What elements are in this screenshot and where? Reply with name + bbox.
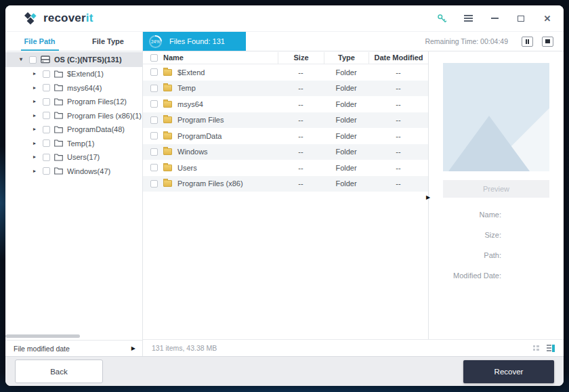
select-all-checkbox[interactable] [150, 54, 158, 62]
table-row[interactable]: Program Files (x86) -- Folder -- [143, 176, 428, 192]
back-button[interactable]: Back [15, 360, 103, 383]
table-row[interactable]: Temp -- Folder -- [143, 81, 428, 97]
collapse-arrow-icon[interactable]: ▾ [20, 57, 25, 62]
file-date: -- [368, 179, 428, 188]
row-checkbox[interactable] [150, 132, 158, 139]
tab-file-path[interactable]: File Path [5, 32, 74, 51]
tree-root-checkbox[interactable] [29, 56, 37, 64]
tree-item-checkbox[interactable] [43, 84, 50, 91]
scrollbar-thumb[interactable] [5, 334, 80, 338]
file-size: -- [278, 132, 324, 140]
file-size: -- [278, 116, 324, 124]
file-name: Temp [177, 84, 196, 92]
expand-arrow-icon[interactable]: ▸ [33, 85, 39, 91]
sort-selector[interactable]: File modified date ▶ [5, 340, 142, 356]
stop-scan-button[interactable] [542, 37, 553, 47]
tree-item[interactable]: ▸ Temp(1) [5, 137, 142, 151]
minimize-icon[interactable] [489, 13, 500, 24]
tree-item-checkbox[interactable] [43, 139, 50, 147]
expand-arrow-icon[interactable]: ▸ [33, 113, 39, 118]
folder-outline-icon [54, 84, 63, 91]
app-logo: recoverit [23, 11, 93, 26]
field-label-modified-date: Modified Date: [443, 271, 501, 280]
tree-item-label: msys64(4) [67, 84, 102, 92]
tree-item-checkbox[interactable] [43, 126, 50, 133]
row-checkbox[interactable] [150, 100, 158, 108]
tree-item[interactable]: ▸ $Extend(1) [5, 67, 142, 81]
row-checkbox[interactable] [150, 180, 158, 188]
file-size: -- [278, 148, 324, 156]
titlebar: recoverit ✕ [5, 5, 564, 31]
table-row[interactable]: ProgramData -- Folder -- [143, 128, 428, 144]
tree-horizontal-scrollbar[interactable] [5, 333, 142, 340]
file-type: Folder [324, 84, 368, 92]
sort-expand-icon[interactable]: ▶ [131, 345, 135, 351]
table-row[interactable]: Users -- Folder -- [143, 160, 428, 176]
center-main: Name Size Type Date Modified $Extend -- … [143, 51, 564, 339]
expand-arrow-icon[interactable]: ▸ [33, 71, 39, 77]
tree-item-checkbox[interactable] [43, 167, 50, 175]
tree-root-drive[interactable]: ▾ OS (C:)(NTFS)(131) [5, 52, 142, 67]
expand-arrow-icon[interactable]: ▸ [33, 127, 39, 132]
file-date: -- [368, 132, 428, 140]
expand-arrow-icon[interactable]: ▸ [33, 141, 39, 146]
sort-label: File modified date [14, 345, 70, 353]
preview-panel: ▶ Preview Name: Size: Path: Modified Dat… [428, 51, 564, 339]
folder-icon [163, 69, 172, 76]
file-type: Folder [324, 164, 368, 172]
recover-button[interactable]: Recover [463, 360, 554, 383]
center-area: Name Size Type Date Modified $Extend -- … [143, 51, 564, 356]
panel-expand-icon[interactable]: ▶ [426, 194, 430, 200]
license-key-icon[interactable] [436, 13, 447, 24]
folder-icon [163, 85, 172, 91]
tree-item-label: Users(17) [67, 153, 100, 161]
tree-item[interactable]: ▸ msys64(4) [5, 81, 142, 95]
file-name: $Extend [177, 68, 205, 77]
remaining-time-label: Remaining Time: 00:04:49 [425, 37, 508, 45]
app-window: recoverit ✕ File Path File Type 24% Fil [5, 5, 564, 386]
preview-placeholder-image [443, 63, 549, 171]
tree-item[interactable]: ▸ Windows(47) [5, 165, 142, 179]
file-type: Folder [324, 179, 368, 188]
header-size[interactable]: Size [278, 52, 324, 64]
table-row[interactable]: Windows -- Folder -- [143, 144, 428, 160]
tree-item[interactable]: ▸ Program Files (x86)(1) [5, 109, 142, 123]
pause-scan-button[interactable] [522, 37, 533, 47]
folder-icon [163, 165, 172, 171]
file-type: Folder [324, 132, 368, 140]
file-name: Windows [177, 148, 208, 156]
preview-button[interactable]: Preview [443, 180, 549, 198]
row-checkbox[interactable] [150, 68, 158, 76]
brand-text: recoverit [43, 12, 93, 25]
folder-icon [163, 148, 172, 155]
header-name[interactable]: Name [143, 53, 278, 62]
tab-file-type[interactable]: File Type [74, 32, 142, 51]
expand-arrow-icon[interactable]: ▸ [33, 99, 39, 104]
row-checkbox[interactable] [150, 116, 158, 124]
status-bar: 131 items, 43.38 MB [143, 339, 564, 356]
folder-icon [163, 180, 172, 187]
tree-item-checkbox[interactable] [43, 112, 50, 119]
tree-item-checkbox[interactable] [43, 98, 50, 106]
table-row[interactable]: msys64 -- Folder -- [143, 96, 428, 112]
table-row[interactable]: $Extend -- Folder -- [143, 64, 428, 81]
table-row[interactable]: Program Files -- Folder -- [143, 112, 428, 129]
tree-item[interactable]: ▸ Program Files(12) [5, 95, 142, 109]
row-checkbox[interactable] [150, 85, 158, 92]
expand-arrow-icon[interactable]: ▸ [33, 169, 39, 174]
tree-item[interactable]: ▸ ProgramData(48) [5, 123, 142, 137]
row-checkbox[interactable] [150, 164, 158, 171]
list-view-icon[interactable] [547, 345, 555, 352]
tree-item[interactable]: ▸ Users(17) [5, 150, 142, 165]
tree-item-checkbox[interactable] [43, 154, 50, 161]
close-icon[interactable]: ✕ [542, 13, 553, 24]
folder-icon [163, 116, 172, 123]
header-type[interactable]: Type [324, 52, 368, 64]
row-checkbox[interactable] [150, 148, 158, 156]
tree-item-checkbox[interactable] [43, 70, 50, 78]
expand-arrow-icon[interactable]: ▸ [33, 154, 39, 160]
header-date-modified[interactable]: Date Modified [368, 52, 428, 64]
menu-icon[interactable] [463, 13, 473, 24]
grid-view-icon[interactable] [533, 345, 539, 351]
maximize-icon[interactable] [515, 13, 526, 24]
